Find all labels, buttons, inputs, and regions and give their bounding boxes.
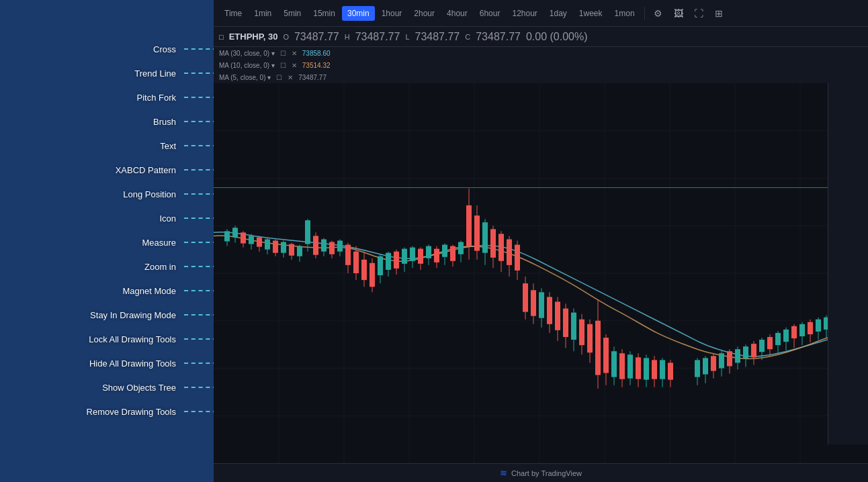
symbol-name: ETHPHP, 30 bbox=[229, 32, 278, 42]
svg-rect-172 bbox=[711, 356, 716, 371]
svg-rect-174 bbox=[719, 353, 724, 368]
ma-bar-3: MA (5, close, 0) ▾ ☐ ✕ 73487.77 bbox=[214, 71, 868, 83]
layout-icon[interactable]: ⊞ bbox=[709, 4, 728, 23]
svg-rect-176 bbox=[727, 351, 732, 366]
svg-rect-188 bbox=[775, 333, 781, 345]
interval-6hour[interactable]: 6hour bbox=[474, 6, 506, 21]
tv-logo-icon: ≋ bbox=[500, 468, 507, 478]
c-label: C bbox=[465, 33, 470, 41]
svg-rect-140 bbox=[563, 309, 568, 337]
svg-rect-134 bbox=[539, 292, 544, 318]
tool-row-stay-drawing: Stay In Drawing Mode bbox=[0, 303, 249, 327]
ma2-eye[interactable]: ☐ bbox=[280, 62, 286, 69]
svg-rect-88 bbox=[353, 252, 359, 273]
svg-rect-94 bbox=[378, 256, 383, 275]
svg-rect-60 bbox=[241, 232, 246, 243]
svg-rect-156 bbox=[627, 354, 633, 378]
chart-container: Time 1min 5min 15min 30min 1hour 2hour 4… bbox=[214, 0, 868, 482]
interval-1mon[interactable]: 1mon bbox=[609, 6, 640, 21]
green-hline bbox=[214, 187, 868, 188]
svg-rect-118 bbox=[474, 215, 480, 251]
tool-label-trend-line: Trend Line bbox=[134, 68, 176, 79]
svg-rect-126 bbox=[507, 239, 512, 264]
h-value: 73487.77 bbox=[355, 31, 400, 43]
ma3-label: MA (5, close, 0) ▾ bbox=[219, 74, 271, 81]
ma1-label: MA (30, close, 0) ▾ bbox=[219, 50, 275, 57]
svg-rect-192 bbox=[791, 326, 797, 338]
o-label: O bbox=[283, 33, 289, 41]
svg-rect-56 bbox=[224, 231, 230, 241]
settings-icon[interactable]: ⚙ bbox=[649, 4, 668, 23]
svg-rect-96 bbox=[386, 253, 391, 270]
ma1-value: 73858.60 bbox=[302, 50, 331, 57]
svg-rect-130 bbox=[523, 283, 528, 311]
svg-rect-90 bbox=[361, 260, 367, 280]
candlestick-chart bbox=[214, 83, 868, 463]
tool-row-long-position: Long Position bbox=[0, 182, 249, 206]
interval-12hour[interactable]: 12hour bbox=[507, 6, 542, 21]
tool-row-text: Text T bbox=[0, 134, 249, 158]
interval-30min[interactable]: 30min bbox=[342, 6, 375, 21]
svg-rect-86 bbox=[345, 245, 351, 265]
annotation-panel: Cross Trend Line Pitch Fork Brush Text T… bbox=[0, 37, 249, 424]
ma1-eye[interactable]: ☐ bbox=[280, 50, 286, 57]
svg-rect-100 bbox=[402, 249, 407, 264]
svg-rect-182 bbox=[751, 344, 756, 357]
l-value: 73487.77 bbox=[415, 31, 460, 43]
svg-rect-68 bbox=[273, 240, 278, 252]
svg-rect-112 bbox=[450, 246, 455, 261]
interval-1week[interactable]: 1week bbox=[574, 6, 608, 21]
interval-1day[interactable]: 1day bbox=[544, 6, 572, 21]
svg-rect-194 bbox=[799, 324, 805, 336]
svg-rect-120 bbox=[482, 222, 488, 252]
svg-rect-84 bbox=[337, 240, 343, 251]
interval-4hour[interactable]: 4hour bbox=[441, 6, 473, 21]
svg-rect-74 bbox=[297, 246, 302, 256]
svg-rect-152 bbox=[611, 351, 617, 377]
svg-rect-98 bbox=[394, 252, 399, 269]
ma1-x[interactable]: ✕ bbox=[292, 50, 297, 57]
interval-2hour[interactable]: 2hour bbox=[408, 6, 440, 21]
svg-rect-72 bbox=[289, 244, 294, 256]
svg-rect-170 bbox=[703, 358, 708, 374]
tool-row-objects-tree: Show Objects Tree bbox=[0, 375, 249, 399]
svg-rect-138 bbox=[555, 301, 560, 330]
interval-1min[interactable]: 1min bbox=[249, 6, 277, 21]
interval-5min[interactable]: 5min bbox=[278, 6, 306, 21]
svg-rect-164 bbox=[660, 360, 665, 379]
tool-row-hide-tools: Hide All Drawing Tools bbox=[0, 351, 249, 375]
ma-bar-2: MA (10, close, 0) ▾ ☐ ✕ 73514.32 bbox=[214, 59, 868, 71]
svg-rect-76 bbox=[305, 220, 310, 244]
price-scale bbox=[828, 83, 868, 444]
fullscreen-icon[interactable]: ⛶ bbox=[689, 4, 708, 23]
time-button[interactable]: Time bbox=[219, 6, 247, 21]
svg-rect-122 bbox=[490, 229, 496, 257]
svg-rect-124 bbox=[498, 234, 504, 260]
collapse-icon: □ bbox=[219, 33, 224, 41]
interval-1hour[interactable]: 1hour bbox=[376, 6, 408, 21]
ma2-x[interactable]: ✕ bbox=[292, 62, 297, 69]
svg-rect-178 bbox=[735, 349, 740, 363]
svg-rect-62 bbox=[249, 236, 254, 244]
ma3-value: 73487.77 bbox=[298, 74, 327, 81]
ma3-eye[interactable]: ☐ bbox=[276, 74, 282, 81]
svg-rect-186 bbox=[767, 337, 773, 349]
svg-rect-64 bbox=[257, 237, 262, 246]
c-value: 73487.77 bbox=[476, 31, 521, 43]
chart-canvas[interactable] bbox=[214, 83, 868, 463]
svg-rect-92 bbox=[370, 263, 375, 287]
change-value: 0.00 (0.00%) bbox=[526, 31, 588, 43]
tool-row-lock-tools: Lock All Drawing Tools bbox=[0, 327, 249, 351]
svg-rect-132 bbox=[531, 290, 536, 316]
tool-label-cross: Cross bbox=[153, 44, 176, 54]
interval-15min[interactable]: 15min bbox=[308, 6, 341, 21]
svg-rect-106 bbox=[426, 246, 431, 258]
screenshot-icon[interactable]: 🖼 bbox=[669, 4, 688, 23]
svg-rect-158 bbox=[636, 357, 641, 379]
tool-label-remove-tools: Remove Drawing Tools bbox=[87, 407, 176, 417]
ma3-x[interactable]: ✕ bbox=[288, 74, 293, 81]
svg-rect-168 bbox=[695, 360, 700, 377]
svg-rect-78 bbox=[313, 236, 318, 254]
tool-label-text: Text bbox=[160, 141, 176, 151]
svg-rect-160 bbox=[644, 358, 649, 379]
